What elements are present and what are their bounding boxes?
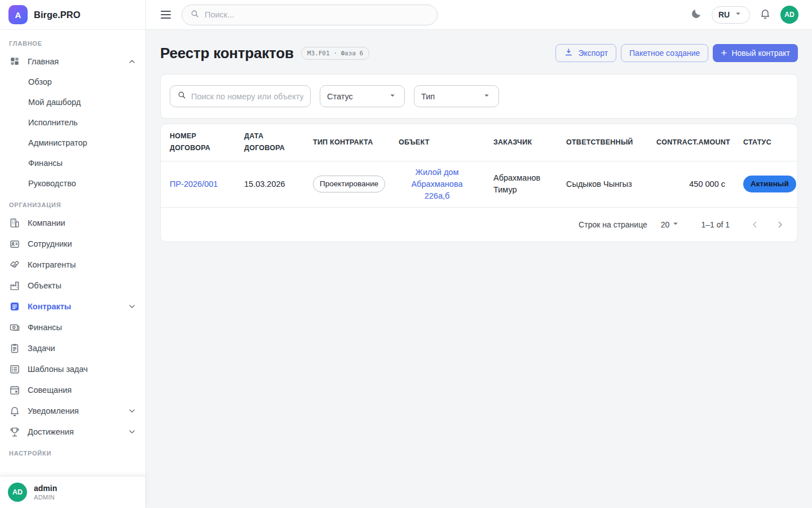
meetings-icon	[9, 384, 20, 396]
object-link[interactable]: Жилой дом Абрахманова 226а,б	[411, 168, 462, 200]
pagination-range: 1–1 of 1	[701, 220, 730, 229]
menu-icon[interactable]	[161, 11, 171, 19]
sidebar-item-notifications[interactable]: Уведомления	[0, 400, 145, 421]
sidebar-item-label: Объекты	[28, 281, 61, 290]
chevron-down-icon	[670, 218, 681, 230]
topbar-right: RU AD	[690, 6, 798, 24]
sidebar-subitem-my-dashboard[interactable]: Мой дашборд	[0, 92, 145, 112]
chevron-down-icon	[127, 427, 136, 436]
sidebar-item-label: Контрагенты	[28, 260, 76, 269]
objects-icon	[9, 280, 20, 291]
sidebar-item-label: Компании	[28, 218, 65, 227]
contract-number-link[interactable]: ПР-2026/001	[170, 179, 218, 189]
sidebar-item-home[interactable]: Главная	[0, 51, 145, 72]
global-search[interactable]	[182, 5, 438, 25]
sidebar-nav: ГЛАВНОЕ Главная Обзор Мой дашборд Испо	[0, 30, 145, 476]
brand-logo-row[interactable]: A Birge.PRO	[0, 0, 145, 30]
chevron-down-icon	[127, 406, 136, 415]
chevron-up-icon	[127, 57, 136, 66]
status-filter-select[interactable]: Статус	[320, 85, 405, 107]
type-filter-select[interactable]: Тип	[414, 85, 499, 107]
partners-icon	[9, 259, 20, 270]
page-header: Реестр контрактов M3.F01 · Фаза 6 Экспор…	[160, 44, 798, 62]
sidebar-subitem-overview[interactable]: Обзор	[0, 72, 145, 92]
user-name: admin	[34, 484, 57, 494]
user-info: admin ADMIN	[34, 484, 57, 501]
search-input[interactable]	[205, 10, 429, 19]
col-status: СТАТУС	[734, 124, 798, 161]
sidebar-item-partners[interactable]: Контрагенты	[0, 254, 145, 275]
language-value: RU	[718, 10, 730, 19]
sidebar-item-label: Шаблоны задач	[28, 365, 88, 374]
sidebar-item-label: А	[28, 467, 33, 467]
sidebar-item-label: Сотрудники	[28, 239, 72, 248]
sidebar-item-objects[interactable]: Объекты	[0, 275, 145, 296]
table-row[interactable]: ПР-2026/001 15.03.2026 Проектирование Жи…	[161, 161, 798, 207]
contract-date-cell: 15.03.2026	[235, 161, 304, 207]
page-title: Реестр контрактов	[160, 45, 294, 62]
sidebar-item-meetings[interactable]: Совещания	[0, 379, 145, 400]
sidebar-item-tasks[interactable]: Задачи	[0, 338, 145, 358]
col-contract-type: ТИП КОНТРАКТА	[304, 124, 390, 161]
notifications-button[interactable]	[760, 8, 771, 21]
responsible-cell: Сыдыков Чынгыз	[557, 161, 647, 207]
avatar: AD	[8, 483, 27, 502]
tasks-icon	[9, 343, 20, 354]
topbar: RU AD	[146, 0, 812, 30]
plus-icon: +	[721, 47, 727, 58]
sidebar-item-task-templates[interactable]: Шаблоны задач	[0, 358, 145, 379]
sidebar-section-settings: НАСТРОЙКИ	[0, 442, 145, 461]
brand-logo-icon: A	[8, 5, 28, 24]
col-customer: ЗАКАЗЧИК	[484, 124, 557, 161]
task-templates-icon	[9, 364, 20, 375]
sidebar-user-footer[interactable]: AD admin ADMIN	[0, 476, 145, 508]
contracts-table-card: НОМЕР ДОГОВОРА ДАТА ДОГОВОРА ТИП КОНТРАК…	[160, 124, 798, 242]
sidebar-item-finances[interactable]: Финансы	[0, 317, 145, 338]
col-contract-date: ДАТА ДОГОВОРА	[235, 124, 304, 161]
rows-per-page-select[interactable]: 20	[661, 218, 681, 230]
sidebar-item-clipped[interactable]: А	[0, 461, 145, 467]
sidebar: A Birge.PRO ГЛАВНОЕ Главная	[0, 0, 146, 508]
sidebar-subitem-administrator[interactable]: Администратор	[0, 133, 145, 153]
col-amount: CONTRACT.AMOUNT	[647, 124, 734, 161]
sidebar-subitem-guide[interactable]: Руководство	[0, 173, 145, 194]
sidebar-item-contracts[interactable]: Контракты	[0, 296, 145, 317]
sidebar-item-companies[interactable]: Компании	[0, 212, 145, 233]
export-label: Экспорт	[578, 49, 608, 58]
batch-create-button[interactable]: Пакетное создание	[621, 44, 708, 62]
status-badge: Активный	[743, 176, 796, 192]
moon-icon	[690, 8, 702, 22]
brand-name: Birge.PRO	[34, 10, 81, 20]
chevron-down-icon	[127, 302, 136, 311]
avatar[interactable]: AD	[780, 6, 798, 24]
employees-icon	[9, 238, 20, 249]
sidebar-item-label: Совещания	[28, 386, 72, 395]
sidebar-item-achievements[interactable]: Достижения	[0, 421, 145, 442]
table-search-field[interactable]	[170, 85, 311, 107]
companies-icon	[9, 217, 20, 229]
sidebar-item-employees[interactable]: Сотрудники	[0, 233, 145, 254]
app-root: A Birge.PRO ГЛАВНОЕ Главная	[0, 0, 812, 508]
sidebar-section-main: ГЛАВНОЕ	[0, 32, 145, 51]
chevron-down-icon	[733, 8, 743, 21]
dark-mode-toggle[interactable]	[690, 8, 702, 22]
sidebar-item-label: Достижения	[28, 427, 74, 436]
download-icon	[564, 47, 573, 59]
chevron-right-icon[interactable]	[770, 215, 789, 234]
sidebar-subitem-finance[interactable]: Финансы	[0, 153, 145, 173]
contracts-table: НОМЕР ДОГОВОРА ДАТА ДОГОВОРА ТИП КОНТРАК…	[161, 124, 798, 208]
sidebar-item-label: Финансы	[28, 323, 62, 332]
chevron-left-icon[interactable]	[745, 215, 765, 234]
sidebar-subitem-executor[interactable]: Исполнитель	[0, 112, 145, 133]
sidebar-item-label: Главная	[28, 57, 59, 66]
table-search-input[interactable]	[191, 92, 303, 101]
sidebar-item-label: Задачи	[28, 344, 55, 353]
status-filter-label: Статус	[327, 92, 353, 101]
page-actions: Экспорт Пакетное создание + Новый контра…	[555, 44, 798, 62]
main-column: RU AD Реестр контрактов M	[146, 0, 812, 508]
notifications-icon	[9, 405, 20, 417]
new-contract-button[interactable]: + Новый контракт	[713, 44, 798, 62]
sidebar-item-label: Контракты	[28, 302, 71, 311]
language-select[interactable]: RU	[712, 6, 750, 24]
export-button[interactable]: Экспорт	[555, 44, 616, 62]
